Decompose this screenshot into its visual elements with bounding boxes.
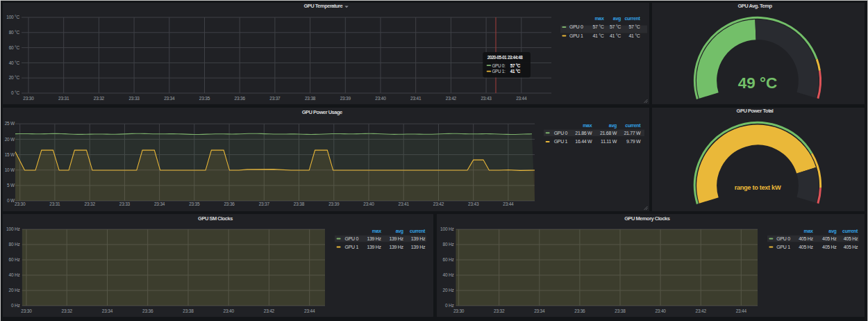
svg-text:23:44: 23:44 [304, 308, 315, 313]
svg-text:23:40: 23:40 [375, 96, 386, 101]
svg-text:23:36: 23:36 [235, 96, 246, 101]
svg-text:57 °C: 57 °C [510, 63, 521, 68]
svg-text:23:31: 23:31 [49, 201, 60, 206]
svg-text:57 °C: 57 °C [592, 24, 603, 29]
svg-text:23:38: 23:38 [294, 201, 305, 206]
svg-text:405 Hz: 405 Hz [799, 245, 813, 249]
svg-text:41 °C: 41 °C [628, 33, 640, 38]
svg-text:20 °C: 20 °C [9, 75, 20, 80]
svg-text:41 °C: 41 °C [510, 69, 521, 74]
svg-text:23:32: 23:32 [94, 96, 105, 101]
svg-text:11.11 W: 11.11 W [601, 139, 617, 144]
svg-text:0 W: 0 W [7, 198, 15, 203]
svg-text:23:43: 23:43 [468, 201, 479, 206]
svg-text:80 °C: 80 °C [9, 30, 20, 35]
svg-text:9.79 W: 9.79 W [626, 139, 641, 144]
svg-text:139 Hz: 139 Hz [411, 236, 426, 241]
svg-text:23:34: 23:34 [534, 308, 545, 313]
svg-text:139 Hz: 139 Hz [389, 236, 403, 241]
svg-text:20 Hz: 20 Hz [442, 288, 453, 293]
svg-text:23:33: 23:33 [119, 201, 131, 206]
svg-text:23:30: 23:30 [23, 96, 34, 101]
svg-text:23:32: 23:32 [494, 308, 505, 313]
svg-text:23:44: 23:44 [735, 308, 746, 313]
svg-text:139 Hz: 139 Hz [411, 245, 426, 249]
svg-text:23:30: 23:30 [453, 308, 464, 313]
svg-text:avg: avg [828, 229, 836, 234]
svg-text:21.68 W: 21.68 W [600, 130, 617, 135]
svg-text:405 Hz: 405 Hz [822, 245, 837, 249]
svg-text:20 W: 20 W [5, 136, 15, 141]
svg-text:GPU 1: GPU 1 [554, 139, 568, 144]
svg-text:100 °C: 100 °C [6, 15, 19, 19]
svg-text:23:40: 23:40 [363, 201, 374, 206]
svg-text:139 Hz: 139 Hz [389, 245, 403, 249]
svg-text:21.86 W: 21.86 W [575, 130, 592, 135]
svg-text:GPU 0: GPU 0 [345, 236, 359, 241]
svg-text:60 Hz: 60 Hz [442, 257, 453, 262]
svg-text:23:32: 23:32 [62, 308, 73, 313]
svg-text:25 W: 25 W [5, 121, 15, 126]
svg-text:405 Hz: 405 Hz [843, 236, 858, 241]
svg-text:23:36: 23:36 [142, 308, 153, 313]
svg-text:139 Hz: 139 Hz [367, 236, 381, 241]
svg-text:23:40: 23:40 [224, 308, 235, 313]
svg-text:80 Hz: 80 Hz [9, 242, 20, 247]
svg-text:23:39: 23:39 [340, 96, 351, 101]
svg-text:40 Hz: 40 Hz [9, 272, 20, 277]
svg-text:40 °C: 40 °C [9, 60, 20, 65]
svg-text:23:31: 23:31 [58, 96, 69, 101]
svg-text:10 W: 10 W [5, 167, 15, 172]
svg-text:23:38: 23:38 [615, 308, 626, 313]
svg-text:GPU Power Total: GPU Power Total [737, 108, 774, 114]
svg-text:current: current [625, 123, 641, 128]
svg-text:23:37: 23:37 [269, 96, 281, 101]
svg-text:current: current [624, 16, 640, 21]
svg-text:GPU Power Usage: GPU Power Usage [302, 108, 342, 115]
svg-text:80 Hz: 80 Hz [442, 242, 453, 247]
svg-text:GPU 1: GPU 1 [776, 245, 790, 249]
svg-text:GPU 0: GPU 0 [554, 130, 568, 135]
svg-text:15 W: 15 W [5, 151, 15, 156]
svg-text:GPU 0:: GPU 0: [492, 63, 506, 68]
svg-text:GPU Memory Clocks: GPU Memory Clocks [624, 215, 670, 222]
svg-text:23:42: 23:42 [446, 96, 457, 101]
svg-text:GPU Temperature: GPU Temperature [303, 3, 342, 9]
svg-text:23:35: 23:35 [199, 96, 210, 101]
svg-text:21.77 W: 21.77 W [624, 130, 641, 135]
svg-text:2020-05-01 23:44:48: 2020-05-01 23:44:48 [487, 55, 524, 60]
svg-text:23:30: 23:30 [21, 308, 32, 313]
svg-text:57 °C: 57 °C [610, 24, 621, 29]
svg-text:16.44 W: 16.44 W [575, 139, 592, 144]
svg-text:23:42: 23:42 [695, 308, 706, 313]
svg-text:avg: avg [609, 123, 617, 129]
svg-text:23:38: 23:38 [305, 96, 316, 101]
svg-text:range to text kW: range to text kW [735, 184, 781, 191]
svg-text:23:34: 23:34 [154, 201, 165, 206]
svg-text:23:42: 23:42 [433, 201, 444, 206]
svg-text:0 °C: 0 °C [11, 90, 19, 95]
svg-text:23:36: 23:36 [574, 308, 585, 313]
svg-text:5 W: 5 W [7, 183, 15, 188]
svg-text:GPU 0: GPU 0 [776, 236, 790, 241]
svg-text:41 °C: 41 °C [592, 33, 603, 38]
svg-text:GPU Avg. Temp: GPU Avg. Temp [737, 3, 772, 9]
svg-text:20 Hz: 20 Hz [9, 288, 20, 293]
svg-text:0 Hz: 0 Hz [444, 303, 453, 308]
svg-text:max: max [594, 16, 604, 21]
svg-text:60 Hz: 60 Hz [9, 257, 20, 262]
svg-text:40 Hz: 40 Hz [442, 272, 453, 277]
svg-text:23:37: 23:37 [259, 201, 270, 206]
svg-text:23:42: 23:42 [264, 308, 275, 313]
svg-text:GPU 0: GPU 0 [569, 24, 583, 29]
svg-text:23:41: 23:41 [410, 96, 422, 101]
svg-text:405 Hz: 405 Hz [799, 236, 813, 241]
svg-text:139 Hz: 139 Hz [367, 245, 381, 249]
svg-text:23:34: 23:34 [102, 308, 113, 313]
svg-text:100 Hz: 100 Hz [440, 227, 453, 231]
svg-text:23:41: 23:41 [399, 201, 410, 206]
svg-text:23:44: 23:44 [503, 201, 514, 206]
svg-text:GPU SM Clocks: GPU SM Clocks [198, 215, 233, 222]
svg-text:max: max [372, 229, 382, 233]
svg-text:405 Hz: 405 Hz [843, 245, 858, 249]
